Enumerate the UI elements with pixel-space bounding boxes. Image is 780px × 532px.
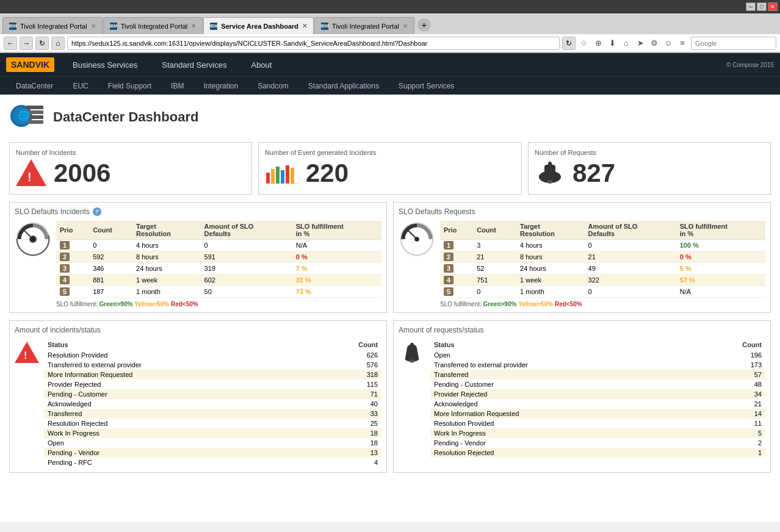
incidents-status-table-wrapper: Status Count Resolution Provided 626 Tra…	[44, 339, 381, 467]
incidents-status-row: Pending - Customer 71	[44, 389, 381, 399]
download-icon[interactable]: ⬇	[606, 37, 618, 49]
incidents-status-count-9: 18	[311, 438, 381, 448]
slo-incidents-target-1: 8 hours	[132, 251, 201, 263]
slo-requests-prio-2: 3	[440, 263, 473, 275]
emoji-icon[interactable]: ☺	[662, 37, 674, 49]
back-button[interactable]: ←	[4, 37, 17, 50]
requests-status-count-10: 1	[695, 448, 765, 458]
title-bar-controls: ─ □ ✕	[746, 2, 778, 11]
incidents-status-row: Transferred 33	[44, 409, 381, 419]
tab-2[interactable]: IBM Tivoli Integrated Portal ✕	[103, 17, 203, 34]
nav-integration[interactable]: Integration	[193, 79, 248, 93]
bookmark-icon[interactable]: ⊕	[592, 37, 604, 49]
tools-icon[interactable]: ⚙	[648, 37, 660, 49]
new-tab-button[interactable]: +	[417, 18, 431, 32]
incidents-status-count-2: 318	[311, 370, 381, 379]
nav-euc[interactable]: EUC	[63, 79, 98, 93]
incidents-status-row: Pending - RFC 4	[44, 458, 381, 467]
nav-sandcom[interactable]: Sandcom	[248, 79, 298, 93]
slo-requests-count-2: 52	[473, 263, 516, 275]
slo-requests-count-0: 3	[473, 240, 516, 251]
home-icon[interactable]: ⌂	[620, 37, 632, 49]
slo-requests-legend-red: Red<50%	[555, 301, 582, 307]
requests-status-name-5: Acknowledged	[430, 399, 695, 409]
requests-status-row: Pending - Vendor 2	[430, 438, 765, 448]
slo-incidents-col-prio: Prio	[56, 221, 89, 240]
slo-incidents-section: SLO Defaults Incidents ?	[9, 202, 387, 313]
tab-4-close[interactable]: ✕	[403, 23, 408, 29]
incidents-status-row: Provider Rejected 115	[44, 379, 381, 389]
nav-support-services[interactable]: Support Services	[389, 79, 464, 93]
tab-1[interactable]: IBM Tivoli Integrated Portal ✕	[2, 17, 103, 34]
incidents-status-count-0: 626	[311, 350, 381, 360]
tab-2-label: Tivoli Integrated Portal	[121, 23, 188, 30]
app-nav: SANDVIK Business Services Standard Servi…	[0, 53, 780, 95]
slo-incidents-col-target: TargetResolution	[132, 221, 201, 240]
slo-incidents-count-0: 0	[89, 240, 132, 251]
tab-3[interactable]: IBM Service Area Dashboard ✕	[203, 17, 314, 34]
event-incidents-card-body: 220	[265, 159, 376, 188]
nav-standard-applications[interactable]: Standard Applications	[298, 79, 389, 93]
nav-business-services[interactable]: Business Services	[60, 56, 150, 74]
slo-requests-target-1: 8 hours	[516, 251, 585, 263]
requests-status-count-2: 57	[695, 370, 765, 379]
slo-incidents-count-2: 346	[89, 263, 132, 275]
sandvik-logo[interactable]: SANDVIK	[6, 57, 54, 72]
star-icon[interactable]: ☆	[578, 37, 590, 49]
minimize-button[interactable]: ─	[746, 2, 756, 11]
menu-icon[interactable]: ≡	[676, 37, 688, 49]
tab-1-close[interactable]: ✕	[91, 23, 96, 29]
svg-rect-10	[281, 170, 284, 184]
requests-status-name-0: Open	[430, 350, 695, 360]
url-input[interactable]	[67, 37, 560, 50]
requests-status-table: Status Count Open 196 Transferred to ext…	[430, 339, 765, 458]
svg-rect-12	[291, 168, 294, 184]
requests-status-row: Transferred to external provider 173	[430, 360, 765, 370]
nav-ibm[interactable]: IBM	[161, 79, 193, 93]
incidents-count: 2006	[54, 159, 110, 188]
requests-status-name-1: Transferred to external provider	[430, 360, 695, 370]
refresh-go-button[interactable]: ↻	[562, 37, 576, 50]
status-row: Amount of incidents/status Status Count	[9, 320, 771, 473]
svg-rect-9	[276, 167, 280, 184]
tab-4[interactable]: IBM Tivoli Integrated Portal ✕	[314, 17, 414, 34]
warning-triangle-icon	[16, 159, 46, 186]
slo-incidents-col-fulfillment: SLO fulfillmentin %	[292, 221, 381, 240]
requests-status-row: Resolution Provided 11	[430, 419, 765, 428]
slo-incidents-row: 4 881 1 week 602 31 %	[56, 275, 381, 286]
tab-2-close[interactable]: ✕	[191, 23, 196, 29]
nav-field-support[interactable]: Field Support	[98, 79, 161, 93]
incidents-warning-icon	[16, 159, 46, 188]
slo-incidents-row: 2 592 8 hours 591 0 %	[56, 251, 381, 263]
slo-requests-section: SLO Defaults Requests	[393, 202, 771, 313]
incidents-status-count-3: 115	[311, 379, 381, 389]
slo-requests-legend-green: Green>90%	[483, 301, 517, 307]
slo-incidents-legend-green: Green>90%	[99, 301, 133, 307]
requests-status-name-10: Resolution Rejected	[430, 448, 695, 458]
search-input[interactable]	[691, 37, 776, 50]
close-button[interactable]: ✕	[768, 2, 778, 11]
refresh-button[interactable]: ↻	[35, 37, 49, 50]
title-bar: ─ □ ✕	[0, 0, 780, 13]
slo-requests-prio-4: 5	[440, 286, 473, 298]
nav-datacenter[interactable]: DataCenter	[6, 79, 63, 93]
tab-3-close[interactable]: ✕	[302, 23, 307, 29]
slo-requests-table: Prio Count TargetResolution Amount of SL…	[440, 221, 765, 298]
slo-incidents-count-1: 592	[89, 251, 132, 263]
maximize-button[interactable]: □	[757, 2, 767, 11]
nav-standard-services[interactable]: Standard Services	[150, 56, 239, 74]
arrow-icon[interactable]: ➤	[634, 37, 646, 49]
page-icon: 🌐	[9, 101, 46, 133]
slo-requests-target-3: 1 week	[516, 275, 585, 286]
incidents-card-title-wrapper: Number of Incidents 2006	[16, 149, 110, 188]
requests-status-count-5: 21	[695, 399, 765, 409]
requests-status-count-7: 11	[695, 419, 765, 428]
home-button[interactable]: ⌂	[51, 37, 65, 50]
nav-about[interactable]: About	[239, 56, 284, 74]
slo-incidents-fulfillment-4: 73 %	[292, 286, 381, 298]
page-title: DataCenter Dashboard	[53, 109, 198, 125]
incidents-status-col-count: Count	[311, 339, 381, 350]
forward-button[interactable]: →	[20, 37, 33, 50]
slo-incidents-info-icon[interactable]: ?	[93, 207, 101, 216]
requests-status-name-8: Work In Progress	[430, 428, 695, 438]
